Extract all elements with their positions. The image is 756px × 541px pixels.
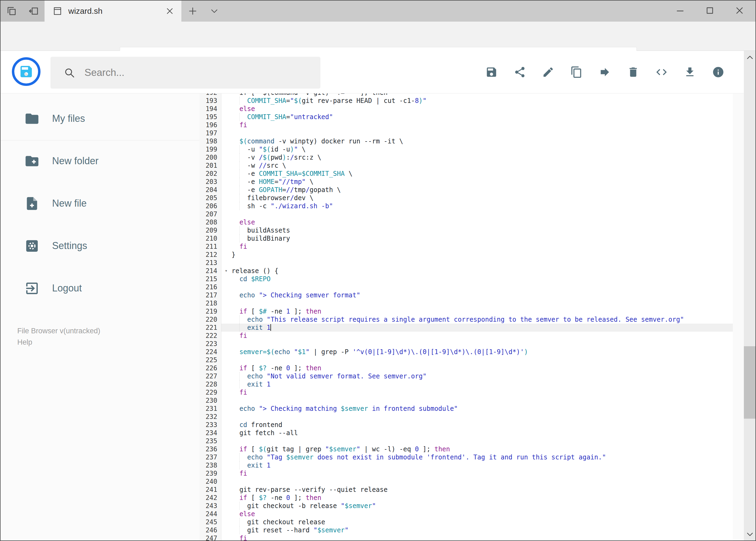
maximize-button[interactable]: [705, 5, 715, 16]
set-tabs-aside-icon[interactable]: [28, 6, 39, 16]
line-number[interactable]: 220: [199, 315, 221, 323]
code-text[interactable]: if [ $(git tag | grep "$semver" | wc -l)…: [221, 445, 733, 453]
line-number[interactable]: 227: [199, 372, 221, 380]
code-fold-arrow-icon[interactable]: ▾: [225, 267, 227, 275]
line-number[interactable]: 199: [199, 145, 221, 154]
sidebar-item-new-file[interactable]: New file: [24, 193, 87, 214]
line-number[interactable]: 210: [199, 235, 221, 243]
line-number[interactable]: 213: [199, 259, 221, 267]
code-button[interactable]: [654, 65, 668, 79]
line-number[interactable]: 207: [199, 210, 221, 218]
page-scrollbar[interactable]: [744, 51, 756, 541]
code-text[interactable]: sh -c "./wizard.sh -b": [221, 202, 733, 210]
download-button[interactable]: [682, 65, 697, 79]
line-number[interactable]: 202: [199, 170, 221, 178]
line-number[interactable]: 216: [199, 283, 221, 291]
code-text[interactable]: cd frontend: [221, 421, 733, 429]
code-text[interactable]: release () {: [221, 267, 733, 275]
code-text[interactable]: echo "Tag $semver does not exist in subm…: [221, 453, 733, 461]
line-number[interactable]: 230: [199, 396, 221, 405]
code-text[interactable]: buildAssets: [221, 226, 733, 235]
line-number[interactable]: 221: [199, 323, 221, 332]
code-text[interactable]: if [ $? -ne 0 ]; then: [221, 364, 733, 372]
code-text[interactable]: [221, 299, 733, 307]
line-number[interactable]: 192: [199, 94, 221, 97]
line-number[interactable]: 206: [199, 202, 221, 210]
code-text[interactable]: [221, 396, 733, 405]
scroll-down-icon[interactable]: [745, 529, 755, 539]
sidebar-item-settings[interactable]: Settings: [24, 235, 87, 257]
code-text[interactable]: -e HOME="//tmp" \: [221, 178, 733, 186]
line-number[interactable]: 211: [199, 243, 221, 251]
line-number[interactable]: 218: [199, 299, 221, 307]
new-tab-button[interactable]: [187, 6, 198, 16]
scroll-up-icon[interactable]: [745, 52, 755, 62]
line-number[interactable]: 198: [199, 137, 221, 145]
code-text[interactable]: buildBinary: [221, 235, 733, 243]
line-number[interactable]: 226: [199, 364, 221, 372]
code-text[interactable]: fi: [221, 332, 733, 340]
line-number[interactable]: 212: [199, 251, 221, 259]
edit-button[interactable]: [541, 65, 555, 79]
code-editor[interactable]: 192 if [ "$(command -v git)" != "" ]; th…: [199, 94, 733, 541]
tab-wizard-sh[interactable]: wizard.sh: [45, 1, 181, 22]
line-number[interactable]: 232: [199, 413, 221, 421]
line-number[interactable]: 215: [199, 275, 221, 283]
scrollbar-thumb[interactable]: [744, 346, 756, 419]
tab-preview-icon[interactable]: [6, 6, 17, 16]
code-text[interactable]: cd $REPO: [221, 275, 733, 283]
line-number[interactable]: 209: [199, 226, 221, 235]
line-number[interactable]: 235: [199, 437, 221, 445]
code-text[interactable]: [221, 210, 733, 218]
code-text[interactable]: fi: [221, 469, 733, 477]
code-text[interactable]: else: [221, 105, 733, 113]
search-box[interactable]: [51, 57, 320, 89]
minimize-button[interactable]: [675, 5, 685, 16]
line-number[interactable]: 239: [199, 469, 221, 477]
code-text[interactable]: echo "Not valid semver format. See semve…: [221, 372, 733, 380]
save-button[interactable]: [484, 65, 499, 79]
code-text[interactable]: git rev-parse --verify --quiet release: [221, 486, 733, 494]
sidebar-item-my-files[interactable]: My files: [24, 108, 85, 129]
line-number[interactable]: 240: [199, 477, 221, 486]
code-text[interactable]: git reset --hard "$semver": [221, 526, 733, 534]
tab-list-dropdown[interactable]: [210, 8, 219, 15]
share-button[interactable]: [513, 65, 527, 79]
line-number[interactable]: 196: [199, 121, 221, 129]
line-number[interactable]: 197: [199, 129, 221, 137]
line-number[interactable]: 208: [199, 218, 221, 226]
line-number[interactable]: 223: [199, 340, 221, 348]
code-text[interactable]: fi: [221, 121, 733, 129]
line-number[interactable]: 241: [199, 486, 221, 494]
code-text[interactable]: -w //src \: [221, 162, 733, 170]
code-text[interactable]: [221, 413, 733, 421]
code-text[interactable]: $(command -v winpty) docker run --rm -it…: [221, 137, 733, 145]
line-number[interactable]: 205: [199, 194, 221, 202]
line-number[interactable]: 201: [199, 162, 221, 170]
line-number[interactable]: 231: [199, 405, 221, 413]
code-text[interactable]: fi: [221, 243, 733, 251]
code-text[interactable]: else: [221, 218, 733, 226]
line-number[interactable]: 200: [199, 154, 221, 162]
line-number[interactable]: 217: [199, 291, 221, 299]
line-number[interactable]: 219: [199, 307, 221, 315]
code-text[interactable]: exit 1: [221, 323, 733, 332]
line-number[interactable]: 246: [199, 526, 221, 534]
code-text[interactable]: [221, 283, 733, 291]
sidebar-item-logout[interactable]: Logout: [24, 277, 82, 299]
search-input[interactable]: [84, 67, 306, 79]
info-button[interactable]: [711, 65, 725, 79]
code-text[interactable]: [221, 356, 733, 364]
code-text[interactable]: }: [221, 251, 733, 259]
code-text[interactable]: exit 1: [221, 461, 733, 469]
line-number[interactable]: 238: [199, 461, 221, 469]
code-text[interactable]: COMMIT_SHA="untracked": [221, 113, 733, 121]
line-number[interactable]: 214▾: [199, 267, 221, 275]
line-number[interactable]: 204: [199, 186, 221, 194]
line-number[interactable]: 243: [199, 502, 221, 510]
code-text[interactable]: [221, 129, 733, 137]
line-number[interactable]: 236: [199, 445, 221, 453]
line-number[interactable]: 222: [199, 332, 221, 340]
code-text[interactable]: [221, 437, 733, 445]
line-number[interactable]: 203: [199, 178, 221, 186]
